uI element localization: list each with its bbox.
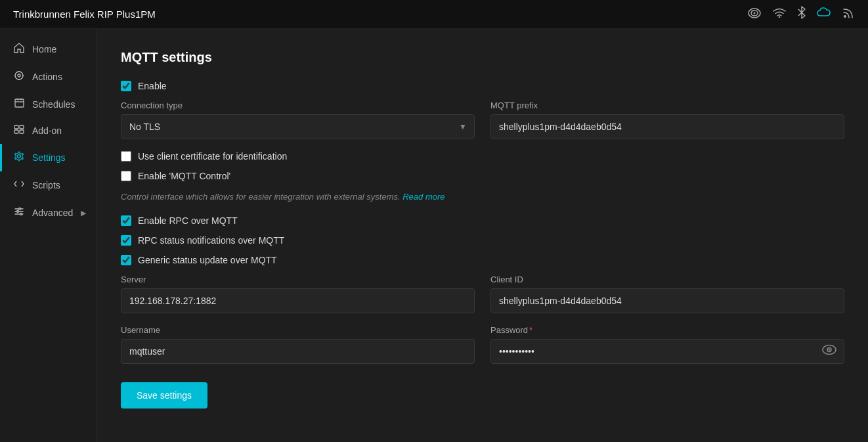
sidebar-label-home: Home: [32, 44, 56, 55]
svg-point-6: [18, 74, 20, 77]
svg-point-3: [779, 16, 780, 18]
client-cert-checkbox[interactable]: [121, 151, 131, 162]
enable-rpc-checkbox[interactable]: [121, 215, 131, 226]
connection-type-field: Connection type No TLS TLS Mutual TLS ▼: [121, 100, 475, 139]
sidebar-item-schedules[interactable]: Schedules: [0, 91, 97, 118]
password-label: Password*: [490, 325, 844, 335]
server-field: Server: [121, 275, 475, 313]
sidebar-label-settings: Settings: [32, 152, 66, 163]
mqtt-control-checkbox[interactable]: [121, 171, 131, 181]
password-input-wrap: [490, 339, 844, 364]
topbar: Trinkbrunnen Felix RIP Plus1PM: [0, 0, 868, 29]
show-password-icon[interactable]: [822, 344, 836, 358]
sidebar: Home Actions: [0, 29, 97, 442]
username-label: Username: [121, 325, 475, 335]
advanced-icon: [12, 206, 26, 219]
home-icon: [12, 43, 26, 56]
sidebar-item-addon[interactable]: Add-on: [0, 118, 97, 144]
connection-prefix-row: Connection type No TLS TLS Mutual TLS ▼ …: [121, 100, 844, 139]
svg-point-20: [19, 208, 21, 210]
radio-icon: [747, 7, 762, 22]
page-title: MQTT settings: [121, 50, 844, 65]
info-text-content: Control interface which allows for easie…: [121, 192, 401, 202]
sidebar-label-addon: Add-on: [32, 125, 62, 136]
svg-rect-18: [20, 130, 24, 133]
rss-icon: [843, 7, 855, 22]
server-clientid-row: Server Client ID: [121, 275, 844, 313]
advanced-arrow-icon: ▶: [81, 209, 86, 217]
username-input[interactable]: [121, 339, 475, 364]
svg-point-2: [754, 12, 756, 14]
mqtt-control-label: Enable 'MQTT Control': [138, 171, 230, 181]
required-marker: *: [529, 325, 532, 335]
save-settings-button[interactable]: Save settings: [121, 382, 207, 409]
rpc-status-checkbox[interactable]: [121, 235, 131, 246]
read-more-link[interactable]: Read more: [402, 192, 445, 202]
password-field: Password*: [490, 325, 844, 364]
rpc-status-checkbox-wrap: RPC status notifications over MQTT: [121, 235, 844, 246]
username-field: Username: [121, 325, 475, 364]
actions-icon: [12, 70, 26, 83]
enable-rpc-label: Enable RPC over MQTT: [138, 215, 238, 226]
enable-label: Enable: [138, 81, 167, 91]
cloud-icon: [817, 7, 833, 21]
client-id-label: Client ID: [490, 275, 844, 284]
enable-checkbox[interactable]: [121, 81, 131, 91]
server-label: Server: [121, 275, 475, 284]
svg-point-21: [17, 211, 19, 213]
sidebar-item-scripts[interactable]: Scripts: [0, 171, 97, 199]
svg-rect-17: [14, 130, 18, 133]
svg-point-22: [20, 213, 22, 215]
mqtt-prefix-label: MQTT prefix: [490, 100, 844, 110]
sidebar-item-advanced[interactable]: Advanced ▶: [0, 199, 97, 227]
schedules-icon: [12, 98, 26, 110]
enable-checkbox-wrap: Enable: [121, 81, 844, 91]
main-content: MQTT settings Enable Connection type No …: [97, 29, 868, 442]
generic-status-label: Generic status update over MQTT: [138, 255, 277, 265]
settings-icon: [12, 151, 26, 164]
info-text: Control interface which allows for easie…: [121, 190, 844, 204]
connection-type-select[interactable]: No TLS TLS Mutual TLS: [121, 114, 475, 139]
mqtt-prefix-field: MQTT prefix: [490, 100, 844, 139]
server-input[interactable]: [121, 288, 475, 313]
sidebar-label-schedules: Schedules: [32, 99, 75, 110]
svg-rect-15: [14, 125, 18, 129]
rpc-status-label: RPC status notifications over MQTT: [138, 235, 284, 246]
bluetooth-icon: [797, 6, 806, 22]
username-password-row: Username Password*: [121, 325, 844, 364]
password-input[interactable]: [490, 339, 844, 364]
addon-icon: [12, 125, 26, 137]
sidebar-item-actions[interactable]: Actions: [0, 63, 97, 91]
client-id-field: Client ID: [490, 275, 844, 313]
svg-point-19: [18, 155, 21, 158]
sidebar-label-advanced: Advanced: [32, 208, 73, 218]
sidebar-item-settings[interactable]: Settings: [0, 144, 97, 171]
svg-rect-16: [20, 125, 24, 129]
topbar-title: Trinkbrunnen Felix RIP Plus1PM: [13, 9, 156, 20]
connection-type-select-wrap: No TLS TLS Mutual TLS ▼: [121, 114, 475, 139]
client-cert-label: Use client certificate for identificatio…: [138, 151, 287, 162]
svg-rect-11: [15, 99, 24, 107]
enable-rpc-checkbox-wrap: Enable RPC over MQTT: [121, 215, 844, 226]
svg-point-4: [844, 15, 846, 18]
generic-status-checkbox[interactable]: [121, 255, 131, 265]
mqtt-prefix-input[interactable]: [490, 114, 844, 139]
topbar-icons: [747, 6, 855, 22]
mqtt-control-checkbox-wrap: Enable 'MQTT Control': [121, 171, 844, 181]
svg-point-25: [829, 349, 830, 350]
client-id-input[interactable]: [490, 288, 844, 313]
generic-status-checkbox-wrap: Generic status update over MQTT: [121, 255, 844, 265]
wifi-icon: [772, 7, 787, 21]
sidebar-item-home[interactable]: Home: [0, 35, 97, 63]
client-cert-checkbox-wrap: Use client certificate for identificatio…: [121, 151, 844, 162]
layout: Home Actions: [0, 29, 868, 442]
sidebar-label-scripts: Scripts: [32, 180, 60, 190]
connection-type-label: Connection type: [121, 100, 475, 110]
scripts-icon: [12, 179, 26, 192]
sidebar-label-actions: Actions: [32, 72, 62, 82]
svg-point-5: [15, 72, 23, 79]
